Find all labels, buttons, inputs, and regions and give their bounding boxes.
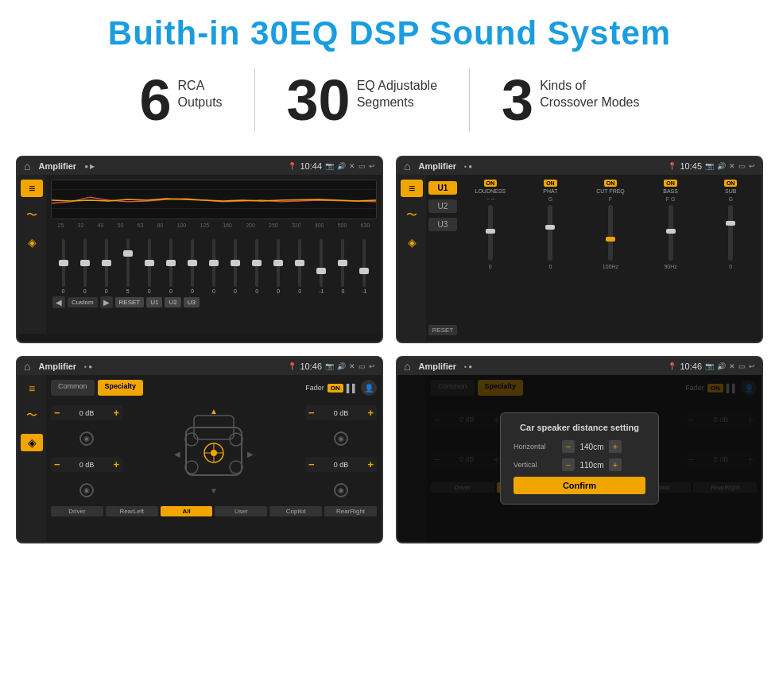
bass-on-badge[interactable]: ON <box>664 180 677 187</box>
header: Buith-in 30EQ DSP Sound System <box>0 0 779 60</box>
status-right-eq: 📍 10:44 📷 🔊 ✕ ▭ ↩ <box>288 161 375 171</box>
app-title-fader: Amplifier <box>38 362 76 371</box>
home-icon-eq[interactable]: ⌂ <box>24 160 30 172</box>
fader-center-diagram: ▲ ▼ ◀ ▶ <box>126 400 302 503</box>
bass-label: BASS <box>663 188 678 194</box>
btn-rearleft[interactable]: RearLeft <box>106 506 158 516</box>
eq-prev-btn[interactable]: ◀ <box>52 296 65 308</box>
home-icon-dialog[interactable]: ⌂ <box>404 360 410 373</box>
stat-crossover: 3 Kinds ofCrossover Modes <box>470 72 671 129</box>
fader-main: Common Specialty Fader ON ▌▌ 👤 − 0 dB + <box>46 375 382 542</box>
svg-text:▶: ▶ <box>247 450 254 458</box>
back-icon-dialog[interactable]: ↩ <box>749 362 755 370</box>
app-title-eq: Amplifier <box>38 161 76 171</box>
amp-preset-u2[interactable]: U2 <box>428 199 457 213</box>
loudness-label: LOUDNESS <box>475 188 506 194</box>
bass-slider[interactable] <box>669 205 673 261</box>
dialog-horizontal-label: Horizontal <box>514 443 557 451</box>
tab-specialty[interactable]: Specialty <box>98 380 144 396</box>
cutfreq-on-badge[interactable]: ON <box>604 180 618 187</box>
phat-on-badge[interactable]: ON <box>544 180 557 187</box>
status-right-dialog: 📍 10:46 📷 🔊 ✕ ▭ ↩ <box>668 362 755 371</box>
screen-eq: ⌂ Amplifier ● ▶ 📍 10:44 📷 🔊 ✕ ▭ ↩ ≡ 〜 ◈ <box>16 156 383 343</box>
screen-content-amp: ≡ 〜 ◈ U1 U2 U3 RESET ON LOUDNESS ~~ <box>397 175 762 342</box>
eq-u1-btn[interactable]: U1 <box>146 297 162 307</box>
sidebar-wave-icon[interactable]: 〜 <box>21 207 43 224</box>
sidebar-amp-speaker-icon[interactable]: ◈ <box>401 234 423 251</box>
amp-reset-btn[interactable]: RESET <box>428 325 457 335</box>
btn-copilot[interactable]: Copilot <box>269 506 322 516</box>
confirm-button[interactable]: Confirm <box>514 477 645 494</box>
fader-on-badge[interactable]: ON <box>327 384 343 393</box>
status-bar-dialog: ⌂ Amplifier ▪ ● 📍 10:46 📷 🔊 ✕ ▭ ↩ <box>397 358 762 375</box>
left-db1-minus[interactable]: − <box>54 407 60 419</box>
fader-label: Fader <box>305 384 324 392</box>
right-db2-val: 0 dB <box>317 461 366 469</box>
eq-reset-btn[interactable]: RESET <box>115 297 145 307</box>
left-db1-plus[interactable]: + <box>113 407 119 419</box>
fader-user-icon[interactable]: 👤 <box>361 380 377 396</box>
right-db1-minus[interactable]: − <box>308 407 315 419</box>
sidebar-eq-icon[interactable]: ≡ <box>21 180 43 197</box>
screen-amp: ⌂ Amplifier ▪ ● 📍 10:45 📷 🔊 ✕ ▭ ↩ ≡ 〜 ◈ … <box>396 156 763 343</box>
location-icon-fader: 📍 <box>288 362 296 370</box>
sub-label: SUB <box>725 188 736 194</box>
amp-preset-u3[interactable]: U3 <box>428 218 457 231</box>
fader-left-db-1: − 0 dB + <box>51 405 122 420</box>
home-icon-fader[interactable]: ⌂ <box>24 360 30 373</box>
right-db2-plus[interactable]: + <box>367 458 374 470</box>
btn-rearright[interactable]: RearRight <box>324 506 377 516</box>
sidebar-fader-wave-icon[interactable]: 〜 <box>21 407 43 424</box>
tab-common[interactable]: Common <box>51 380 95 396</box>
dialog-overlay: Car speaker distance setting Horizontal … <box>397 375 762 542</box>
eq-next-btn[interactable]: ▶ <box>100 296 113 308</box>
sidebar-fader-speaker-icon[interactable]: ◈ <box>21 434 43 451</box>
vertical-minus-btn[interactable]: − <box>562 458 575 471</box>
amp-control-sub: ON SUB G 0 <box>703 180 758 337</box>
amp-presets: U1 U2 U3 RESET <box>426 175 459 342</box>
btn-all[interactable]: All <box>161 506 213 516</box>
sidebar-amp-eq-icon[interactable]: ≡ <box>401 180 423 197</box>
sidebar-fader-eq-icon[interactable]: ≡ <box>21 380 43 397</box>
volume-icon-fader: 🔊 <box>337 362 346 370</box>
fader-right-db-2: − 0 dB + <box>305 457 377 472</box>
back-icon-amp[interactable]: ↩ <box>749 162 755 170</box>
eq-sliders: 0 0 0 5 0 0 0 0 0 0 0 0 -1 0 -1 <box>51 230 377 294</box>
phat-slider[interactable] <box>548 205 552 261</box>
sub-slider[interactable] <box>728 205 733 261</box>
btn-driver[interactable]: Driver <box>51 506 103 516</box>
fader-body: − 0 dB + ◉ − 0 dB + ◉ <box>51 400 377 503</box>
screen-content-fader: ≡ 〜 ◈ Common Specialty Fader ON ▌▌ 👤 <box>17 375 382 542</box>
left-db2-plus[interactable]: + <box>113 458 119 470</box>
battery-icon-dialog: ▭ <box>738 362 746 370</box>
amp-preset-u1[interactable]: U1 <box>428 181 457 195</box>
cutfreq-slider[interactable] <box>608 205 613 261</box>
sub-on-badge[interactable]: ON <box>724 180 738 187</box>
screenshots-grid: ⌂ Amplifier ● ▶ 📍 10:44 📷 🔊 ✕ ▭ ↩ ≡ 〜 ◈ <box>0 148 779 559</box>
vertical-plus-btn[interactable]: + <box>609 458 622 471</box>
horizontal-plus-btn[interactable]: + <box>609 440 622 453</box>
back-icon-fader[interactable]: ↩ <box>369 362 375 370</box>
status-bar-eq: ⌂ Amplifier ● ▶ 📍 10:44 📷 🔊 ✕ ▭ ↩ <box>17 157 382 175</box>
home-icon-amp[interactable]: ⌂ <box>404 160 410 172</box>
right-db1-plus[interactable]: + <box>367 407 374 419</box>
horizontal-minus-btn[interactable]: − <box>562 440 575 453</box>
stat-label-rca: RCAOutputs <box>178 78 223 111</box>
back-icon-eq[interactable]: ↩ <box>369 162 375 170</box>
loudness-on-badge[interactable]: ON <box>484 180 498 187</box>
left-db2-minus[interactable]: − <box>54 458 60 470</box>
right-db2-minus[interactable]: − <box>308 458 315 470</box>
screen-dialog: ⌂ Amplifier ▪ ● 📍 10:46 📷 🔊 ✕ ▭ ↩ Common… <box>396 356 763 543</box>
status-bar-fader: ⌂ Amplifier ▪ ● 📍 10:46 📷 🔊 ✕ ▭ ↩ <box>17 358 382 375</box>
eq-u2-btn[interactable]: U2 <box>165 297 180 307</box>
sidebar-amp-wave-icon[interactable]: 〜 <box>401 207 423 224</box>
camera-icon-eq: 📷 <box>325 162 334 170</box>
eq-u3-btn[interactable]: U3 <box>184 297 200 307</box>
amp-control-bass: ON BASS F G 90Hz <box>643 180 699 337</box>
sidebar-speaker-icon[interactable]: ◈ <box>21 234 43 251</box>
sidebar-amp: ≡ 〜 ◈ <box>397 175 426 342</box>
fader-right-db-1: − 0 dB + <box>305 405 377 420</box>
btn-user[interactable]: User <box>215 506 267 516</box>
loudness-slider[interactable] <box>488 205 493 261</box>
svg-text:▲: ▲ <box>210 408 218 416</box>
